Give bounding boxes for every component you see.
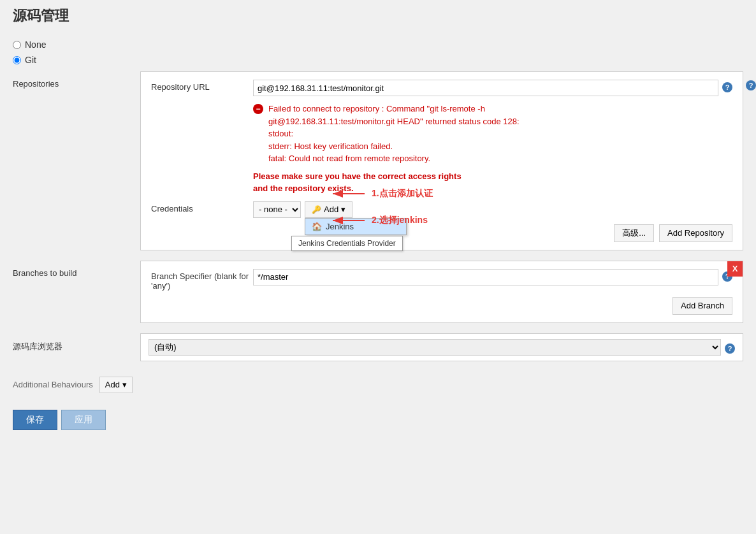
radio-none-item: None bbox=[13, 40, 743, 50]
branch-specifier-control: ? bbox=[253, 269, 732, 285]
apply-button[interactable]: 应用 bbox=[61, 410, 106, 430]
annotation-1: 1.点击添加认证 bbox=[330, 187, 433, 200]
browser-content: (自动) ? bbox=[140, 333, 743, 361]
browser-section: 源码库浏览器 (自动) ? bbox=[13, 333, 743, 366]
radio-none-label: None bbox=[25, 40, 46, 50]
annotation-1-text: 1.点击添加认证 bbox=[372, 188, 433, 199]
bottom-buttons: 保存 应用 bbox=[13, 405, 743, 435]
annotation-2: 2.选择jenkins bbox=[330, 214, 428, 227]
jenkins-credentials-tooltip: Jenkins Credentials Provider bbox=[291, 236, 403, 251]
repo-url-row: Repository URL ? bbox=[151, 80, 732, 96]
jenkins-icon: 🏠 bbox=[312, 222, 322, 231]
repositories-help-icon[interactable]: ? bbox=[746, 80, 756, 90]
repositories-content: Repository URL ? Failed to connect to re… bbox=[140, 71, 743, 250]
error-icon bbox=[253, 104, 263, 114]
error-text: Failed to connect to repository : Comman… bbox=[268, 103, 520, 165]
browser-select[interactable]: (自动) bbox=[149, 339, 721, 356]
branches-label: Branches to build bbox=[13, 261, 140, 328]
radio-none[interactable] bbox=[13, 41, 21, 49]
branches-content: X Branch Specifier (blank for 'any') ? A… bbox=[140, 261, 743, 323]
repositories-section: Repositories Repository URL ? Failed to … bbox=[13, 71, 743, 256]
credentials-controls: - none - 🔑 Add ▾ 🏠 bbox=[253, 201, 353, 218]
additional-add-button[interactable]: Add ▾ bbox=[99, 377, 133, 393]
repositories-label: Repositories bbox=[13, 71, 140, 256]
branches-section: Branches to build X Branch Specifier (bl… bbox=[13, 261, 743, 328]
additional-behaviours-section: Additional Behaviours Add ▾ bbox=[13, 372, 743, 398]
arrow-1-svg bbox=[330, 187, 368, 200]
save-button[interactable]: 保存 bbox=[13, 410, 57, 430]
branch-specifier-row: Branch Specifier (blank for 'any') ? bbox=[151, 269, 732, 291]
error-block: Failed to connect to repository : Comman… bbox=[253, 103, 732, 195]
credentials-row: Credentials - none - 🔑 Add ▾ bbox=[151, 201, 732, 218]
add-branch-button[interactable]: Add Branch bbox=[672, 297, 732, 315]
additional-label: Additional Behaviours bbox=[13, 380, 93, 389]
annotation-2-text: 2.选择jenkins bbox=[372, 215, 428, 226]
browser-label: 源码库浏览器 bbox=[13, 333, 140, 366]
advanced-button[interactable]: 高级... bbox=[614, 224, 654, 242]
radio-git-item: Git bbox=[13, 55, 743, 65]
add-repository-button[interactable]: Add Repository bbox=[659, 224, 732, 242]
radio-group: None Git bbox=[13, 40, 743, 65]
browser-help-icon[interactable]: ? bbox=[725, 343, 735, 354]
repo-url-control: ? bbox=[253, 80, 732, 96]
page-title: 源码管理 bbox=[13, 6, 743, 29]
radio-git-label: Git bbox=[25, 55, 36, 65]
repo-button-row: 高级... Add Repository bbox=[151, 224, 732, 242]
key-icon: 🔑 bbox=[312, 205, 321, 214]
repo-url-help-icon[interactable]: ? bbox=[722, 82, 732, 92]
please-text: Please make sure you have the correct ac… bbox=[253, 170, 732, 195]
repo-url-input[interactable] bbox=[253, 80, 718, 96]
error-icon-row: Failed to connect to repository : Comman… bbox=[253, 103, 732, 165]
dropdown-caret: ▾ bbox=[341, 205, 345, 214]
credentials-label: Credentials bbox=[151, 201, 253, 213]
credentials-select[interactable]: - none - bbox=[253, 201, 301, 218]
repo-url-label: Repository URL bbox=[151, 80, 253, 92]
additional-add-caret: ▾ bbox=[122, 380, 127, 389]
branch-specifier-input[interactable] bbox=[253, 269, 718, 285]
branch-button-row: Add Branch bbox=[151, 297, 732, 315]
branch-specifier-label: Branch Specifier (blank for 'any') bbox=[151, 269, 253, 291]
arrow-2-svg bbox=[330, 214, 368, 227]
remove-branch-button[interactable]: X bbox=[727, 261, 743, 277]
radio-git[interactable] bbox=[13, 56, 21, 64]
